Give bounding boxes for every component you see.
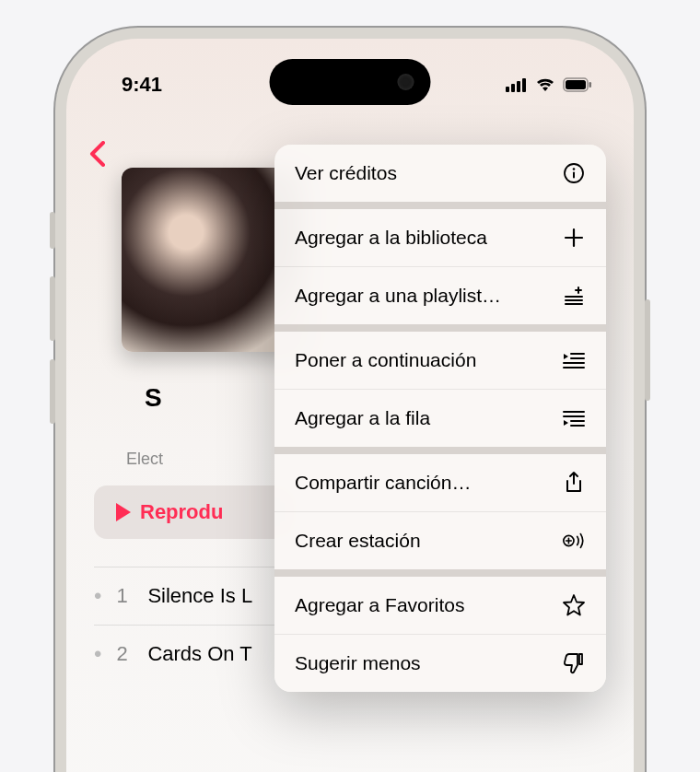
play-label: Reprodu	[140, 500, 223, 524]
info-icon	[562, 161, 586, 185]
menu-separator	[274, 569, 606, 577]
svg-point-8	[573, 168, 576, 170]
side-button-power	[645, 299, 650, 401]
wifi-icon	[535, 77, 555, 92]
cellular-icon	[506, 77, 528, 92]
menu-item-suggest-less[interactable]: Sugerir menos	[274, 634, 606, 692]
dynamic-island	[270, 59, 431, 105]
menu-label: Agregar a la fila	[295, 407, 430, 429]
play-button[interactable]: Reprodu	[94, 485, 297, 539]
menu-item-play-next[interactable]: Poner a continuación	[274, 332, 606, 389]
play-icon	[116, 503, 131, 521]
side-button-volume-down	[50, 359, 55, 424]
play-last-icon	[562, 406, 586, 430]
phone-frame: 9:41 S Elect	[55, 28, 645, 772]
plus-icon	[562, 226, 586, 250]
status-time: 9:41	[122, 73, 162, 97]
track-title: Silence Is L	[147, 584, 252, 608]
menu-separator	[274, 324, 606, 332]
svg-rect-6	[589, 82, 592, 88]
track-number: 1	[116, 584, 133, 608]
menu-separator	[274, 202, 606, 209]
menu-item-credits[interactable]: Ver créditos	[274, 145, 606, 202]
menu-label: Agregar a la biblioteca	[295, 227, 487, 249]
svg-rect-0	[506, 87, 509, 92]
back-button[interactable]	[89, 141, 106, 167]
menu-item-add-queue[interactable]: Agregar a la fila	[274, 389, 606, 447]
menu-label: Agregar a Favoritos	[295, 594, 464, 616]
camera-icon	[398, 74, 414, 90]
svg-rect-5	[566, 80, 586, 89]
status-indicators	[506, 77, 592, 92]
station-icon	[562, 529, 586, 553]
menu-item-add-playlist[interactable]: Agregar a una playlist…	[274, 266, 606, 324]
menu-item-share[interactable]: Compartir canción…	[274, 454, 606, 511]
track-number: 2	[116, 642, 133, 666]
svg-rect-1	[511, 84, 515, 92]
share-icon	[562, 471, 586, 495]
menu-item-create-station[interactable]: Crear estación	[274, 511, 606, 569]
menu-label: Agregar a una playlist…	[295, 285, 501, 307]
menu-label: Compartir canción…	[295, 472, 471, 494]
context-menu: Ver créditos Agregar a la biblioteca Agr…	[274, 145, 606, 692]
star-icon	[562, 593, 586, 617]
menu-label: Crear estación	[295, 530, 421, 552]
menu-label: Sugerir menos	[295, 652, 421, 674]
menu-separator	[274, 447, 606, 454]
svg-rect-9	[573, 172, 575, 179]
battery-icon	[563, 77, 592, 92]
menu-item-add-library[interactable]: Agregar a la biblioteca	[274, 209, 606, 266]
svg-rect-3	[522, 78, 526, 92]
thumbs-down-icon	[562, 651, 586, 675]
track-title: Cards On T	[147, 642, 251, 666]
side-button-volume-up	[50, 276, 55, 341]
menu-label: Poner a continuación	[295, 349, 476, 371]
screen: 9:41 S Elect	[66, 39, 634, 772]
menu-label: Ver créditos	[295, 162, 397, 184]
play-next-icon	[562, 348, 586, 372]
side-button-silence	[50, 212, 55, 249]
menu-item-favorite[interactable]: Agregar a Favoritos	[274, 577, 606, 634]
svg-rect-2	[517, 81, 520, 92]
add-playlist-icon	[562, 284, 586, 308]
